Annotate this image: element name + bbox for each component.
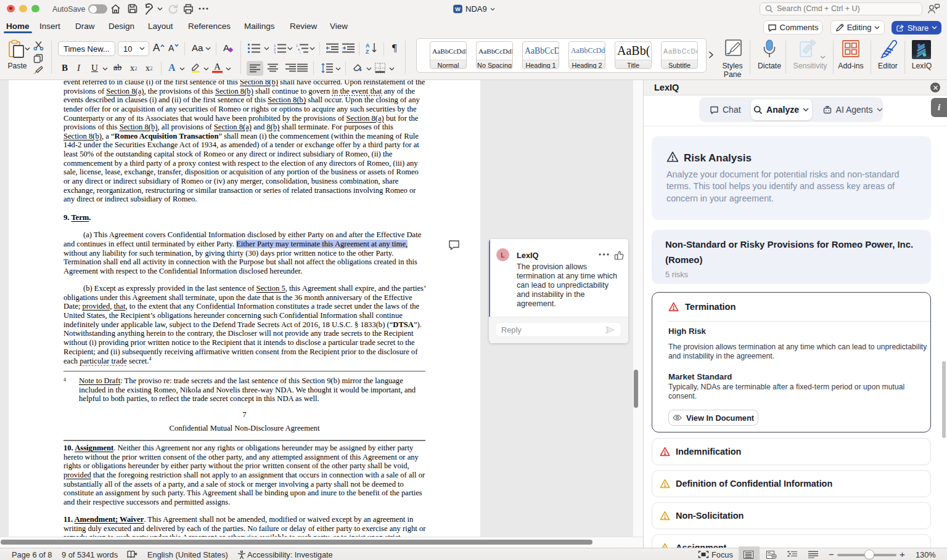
svg-text:W: W bbox=[455, 6, 461, 12]
svg-text:A: A bbox=[366, 43, 370, 49]
svg-text:Z: Z bbox=[366, 49, 369, 54]
svg-text:3: 3 bbox=[274, 51, 276, 54]
svg-text:i: i bbox=[300, 51, 300, 54]
